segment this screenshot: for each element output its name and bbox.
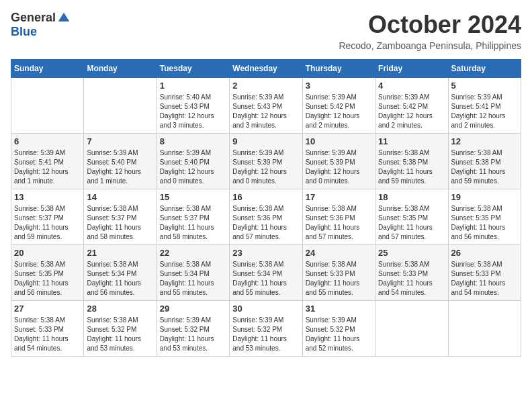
day-info: Sunrise: 5:39 AM Sunset: 5:32 PM Dayligh… — [306, 316, 372, 353]
calendar-cell: 18Sunrise: 5:38 AM Sunset: 5:35 PM Dayli… — [375, 189, 448, 245]
svg-marker-0 — [58, 12, 70, 21]
calendar-cell: 9Sunrise: 5:39 AM Sunset: 5:39 PM Daylig… — [230, 134, 302, 189]
calendar-table: SundayMondayTuesdayWednesdayThursdayFrid… — [11, 59, 521, 357]
day-info: Sunrise: 5:39 AM Sunset: 5:43 PM Dayligh… — [232, 93, 299, 130]
calendar-cell: 26Sunrise: 5:38 AM Sunset: 5:33 PM Dayli… — [448, 245, 521, 301]
day-header-friday: Friday — [375, 60, 448, 78]
calendar-cell: 16Sunrise: 5:38 AM Sunset: 5:36 PM Dayli… — [230, 189, 302, 245]
day-number: 9 — [232, 136, 299, 146]
calendar-cell — [84, 78, 157, 134]
logo-icon — [57, 11, 71, 25]
day-number: 28 — [87, 304, 153, 314]
calendar-cell: 11Sunrise: 5:38 AM Sunset: 5:38 PM Dayli… — [375, 134, 448, 189]
day-info: Sunrise: 5:38 AM Sunset: 5:33 PM Dayligh… — [14, 316, 81, 353]
day-info: Sunrise: 5:39 AM Sunset: 5:41 PM Dayligh… — [451, 93, 518, 130]
logo-general-text: General — [11, 11, 56, 25]
day-info: Sunrise: 5:38 AM Sunset: 5:35 PM Dayligh… — [14, 260, 81, 298]
day-number: 17 — [306, 192, 372, 202]
calendar-cell: 22Sunrise: 5:38 AM Sunset: 5:34 PM Dayli… — [157, 245, 229, 301]
day-number: 16 — [232, 192, 299, 202]
day-header-thursday: Thursday — [302, 60, 375, 78]
calendar-cell: 3Sunrise: 5:39 AM Sunset: 5:42 PM Daylig… — [302, 78, 375, 134]
day-info: Sunrise: 5:38 AM Sunset: 5:34 PM Dayligh… — [87, 260, 153, 298]
calendar-cell: 8Sunrise: 5:39 AM Sunset: 5:40 PM Daylig… — [157, 134, 229, 189]
day-info: Sunrise: 5:39 AM Sunset: 5:32 PM Dayligh… — [160, 316, 226, 353]
day-info: Sunrise: 5:38 AM Sunset: 5:36 PM Dayligh… — [232, 204, 299, 242]
calendar-cell: 21Sunrise: 5:38 AM Sunset: 5:34 PM Dayli… — [84, 245, 157, 301]
calendar-cell: 23Sunrise: 5:38 AM Sunset: 5:34 PM Dayli… — [230, 245, 302, 301]
day-number: 29 — [160, 304, 226, 314]
day-info: Sunrise: 5:38 AM Sunset: 5:34 PM Dayligh… — [160, 260, 226, 298]
calendar-cell: 13Sunrise: 5:38 AM Sunset: 5:37 PM Dayli… — [11, 189, 84, 245]
calendar-cell: 10Sunrise: 5:39 AM Sunset: 5:39 PM Dayli… — [302, 134, 375, 189]
logo: General Blue — [11, 11, 71, 39]
day-info: Sunrise: 5:38 AM Sunset: 5:35 PM Dayligh… — [378, 204, 445, 242]
day-header-saturday: Saturday — [448, 60, 521, 78]
page-header: General Blue October 2024 Recodo, Zamboa… — [11, 11, 521, 51]
day-header-monday: Monday — [84, 60, 157, 78]
day-number: 3 — [306, 81, 372, 91]
day-info: Sunrise: 5:39 AM Sunset: 5:40 PM Dayligh… — [160, 148, 226, 186]
day-info: Sunrise: 5:38 AM Sunset: 5:33 PM Dayligh… — [451, 260, 518, 298]
calendar-cell: 20Sunrise: 5:38 AM Sunset: 5:35 PM Dayli… — [11, 245, 84, 301]
week-row-5: 27Sunrise: 5:38 AM Sunset: 5:33 PM Dayli… — [11, 301, 521, 357]
calendar-cell: 15Sunrise: 5:38 AM Sunset: 5:37 PM Dayli… — [157, 189, 229, 245]
day-number: 19 — [451, 192, 518, 202]
location: Recodo, Zamboanga Peninsula, Philippines — [339, 40, 521, 51]
day-info: Sunrise: 5:39 AM Sunset: 5:41 PM Dayligh… — [14, 148, 81, 186]
calendar-cell: 14Sunrise: 5:38 AM Sunset: 5:37 PM Dayli… — [84, 189, 157, 245]
day-info: Sunrise: 5:38 AM Sunset: 5:33 PM Dayligh… — [306, 260, 372, 298]
calendar-cell — [375, 301, 448, 357]
day-info: Sunrise: 5:38 AM Sunset: 5:38 PM Dayligh… — [378, 148, 445, 186]
day-info: Sunrise: 5:38 AM Sunset: 5:38 PM Dayligh… — [451, 148, 518, 186]
day-number: 5 — [451, 81, 518, 91]
day-header-sunday: Sunday — [11, 60, 84, 78]
day-info: Sunrise: 5:38 AM Sunset: 5:32 PM Dayligh… — [87, 316, 153, 353]
day-info: Sunrise: 5:39 AM Sunset: 5:39 PM Dayligh… — [232, 148, 299, 186]
day-number: 22 — [160, 248, 226, 258]
calendar-cell: 12Sunrise: 5:38 AM Sunset: 5:38 PM Dayli… — [448, 134, 521, 189]
day-number: 7 — [87, 136, 153, 146]
day-number: 30 — [232, 304, 299, 314]
calendar-cell: 27Sunrise: 5:38 AM Sunset: 5:33 PM Dayli… — [11, 301, 84, 357]
day-info: Sunrise: 5:38 AM Sunset: 5:36 PM Dayligh… — [306, 204, 372, 242]
day-header-tuesday: Tuesday — [157, 60, 229, 78]
calendar-cell: 5Sunrise: 5:39 AM Sunset: 5:41 PM Daylig… — [448, 78, 521, 134]
month-title: October 2024 — [339, 11, 521, 39]
calendar-cell: 24Sunrise: 5:38 AM Sunset: 5:33 PM Dayli… — [302, 245, 375, 301]
calendar-cell: 19Sunrise: 5:38 AM Sunset: 5:35 PM Dayli… — [448, 189, 521, 245]
title-section: October 2024 Recodo, Zamboanga Peninsula… — [339, 11, 521, 51]
calendar-cell — [448, 301, 521, 357]
week-row-3: 13Sunrise: 5:38 AM Sunset: 5:37 PM Dayli… — [11, 189, 521, 245]
day-number: 8 — [160, 136, 226, 146]
day-number: 21 — [87, 248, 153, 258]
day-number: 1 — [160, 81, 226, 91]
day-info: Sunrise: 5:39 AM Sunset: 5:42 PM Dayligh… — [378, 93, 445, 130]
header-row: SundayMondayTuesdayWednesdayThursdayFrid… — [11, 60, 521, 78]
day-info: Sunrise: 5:39 AM Sunset: 5:42 PM Dayligh… — [306, 93, 372, 130]
calendar-cell: 7Sunrise: 5:39 AM Sunset: 5:40 PM Daylig… — [84, 134, 157, 189]
day-number: 15 — [160, 192, 226, 202]
calendar-cell: 30Sunrise: 5:39 AM Sunset: 5:32 PM Dayli… — [230, 301, 302, 357]
calendar-cell — [11, 78, 84, 134]
calendar-cell: 29Sunrise: 5:39 AM Sunset: 5:32 PM Dayli… — [157, 301, 229, 357]
calendar-cell: 28Sunrise: 5:38 AM Sunset: 5:32 PM Dayli… — [84, 301, 157, 357]
logo-blue-text: Blue — [11, 25, 37, 38]
calendar-cell: 31Sunrise: 5:39 AM Sunset: 5:32 PM Dayli… — [302, 301, 375, 357]
day-number: 13 — [14, 192, 81, 202]
day-info: Sunrise: 5:38 AM Sunset: 5:33 PM Dayligh… — [378, 260, 445, 298]
day-number: 31 — [306, 304, 372, 314]
day-info: Sunrise: 5:39 AM Sunset: 5:40 PM Dayligh… — [87, 148, 153, 186]
day-info: Sunrise: 5:39 AM Sunset: 5:39 PM Dayligh… — [306, 148, 372, 186]
day-info: Sunrise: 5:40 AM Sunset: 5:43 PM Dayligh… — [160, 93, 226, 130]
day-info: Sunrise: 5:38 AM Sunset: 5:34 PM Dayligh… — [232, 260, 299, 298]
day-number: 6 — [14, 136, 81, 146]
day-info: Sunrise: 5:38 AM Sunset: 5:35 PM Dayligh… — [451, 204, 518, 242]
day-number: 18 — [378, 192, 445, 202]
calendar-cell: 4Sunrise: 5:39 AM Sunset: 5:42 PM Daylig… — [375, 78, 448, 134]
day-number: 20 — [14, 248, 81, 258]
day-number: 25 — [378, 248, 445, 258]
day-header-wednesday: Wednesday — [230, 60, 302, 78]
day-info: Sunrise: 5:39 AM Sunset: 5:32 PM Dayligh… — [232, 316, 299, 353]
day-info: Sunrise: 5:38 AM Sunset: 5:37 PM Dayligh… — [14, 204, 81, 242]
